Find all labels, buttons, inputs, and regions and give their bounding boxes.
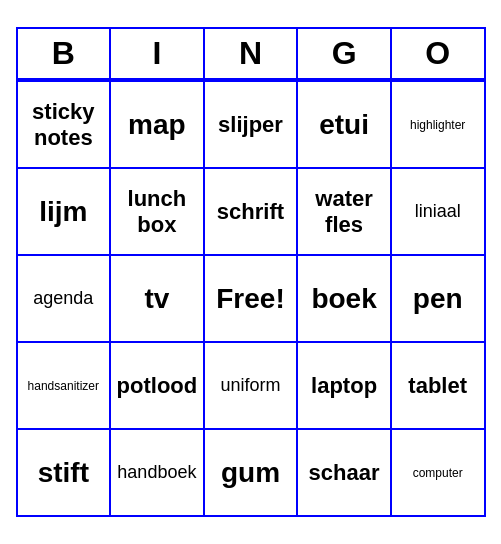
bingo-cell: highlighter [392, 82, 484, 167]
bingo-cell: slijper [205, 82, 299, 167]
bingo-row: lijmlunch boxschriftwater flesliniaal [18, 167, 484, 254]
bingo-header: BINGO [18, 29, 484, 80]
header-letter: N [205, 29, 299, 78]
cell-label: uniform [220, 375, 280, 396]
header-letter: G [298, 29, 392, 78]
cell-label: slijper [218, 112, 283, 138]
header-letter: I [111, 29, 205, 78]
bingo-cell: handboek [111, 430, 205, 515]
bingo-cell: water fles [298, 169, 392, 254]
cell-label: water fles [302, 186, 386, 238]
cell-label: schaar [309, 460, 380, 486]
cell-label: boek [311, 283, 376, 315]
bingo-row: handsanitizerpotlooduniformlaptoptablet [18, 341, 484, 428]
cell-label: schrift [217, 199, 284, 225]
bingo-cell: tablet [392, 343, 484, 428]
bingo-cell: Free! [205, 256, 299, 341]
bingo-cell: sticky notes [18, 82, 112, 167]
bingo-cell: uniform [205, 343, 299, 428]
cell-label: agenda [33, 288, 93, 309]
bingo-cell: tv [111, 256, 205, 341]
cell-label: laptop [311, 373, 377, 399]
bingo-card: BINGO sticky notesmapslijperetuihighligh… [16, 27, 486, 517]
cell-label: sticky notes [22, 99, 106, 151]
cell-label: pen [413, 283, 463, 315]
cell-label: lijm [39, 196, 87, 228]
bingo-row: stifthandboekgumschaarcomputer [18, 428, 484, 515]
cell-label: Free! [216, 283, 284, 315]
bingo-cell: lijm [18, 169, 112, 254]
cell-label: liniaal [415, 201, 461, 222]
bingo-cell: liniaal [392, 169, 484, 254]
cell-label: tv [144, 283, 169, 315]
cell-label: lunch box [115, 186, 199, 238]
cell-label: potlood [117, 373, 198, 399]
bingo-cell: map [111, 82, 205, 167]
bingo-cell: computer [392, 430, 484, 515]
cell-label: gum [221, 457, 280, 489]
cell-label: highlighter [410, 118, 465, 132]
bingo-cell: handsanitizer [18, 343, 112, 428]
bingo-cell: schaar [298, 430, 392, 515]
cell-label: tablet [408, 373, 467, 399]
bingo-cell: schrift [205, 169, 299, 254]
cell-label: etui [319, 109, 369, 141]
bingo-cell: pen [392, 256, 484, 341]
bingo-cell: potlood [111, 343, 205, 428]
bingo-cell: lunch box [111, 169, 205, 254]
bingo-row: agendatvFree!boekpen [18, 254, 484, 341]
bingo-cell: agenda [18, 256, 112, 341]
bingo-body: sticky notesmapslijperetuihighlighterlij… [18, 80, 484, 515]
bingo-cell: etui [298, 82, 392, 167]
cell-label: stift [38, 457, 89, 489]
cell-label: computer [413, 466, 463, 480]
header-letter: O [392, 29, 484, 78]
bingo-cell: gum [205, 430, 299, 515]
bingo-cell: boek [298, 256, 392, 341]
header-letter: B [18, 29, 112, 78]
bingo-row: sticky notesmapslijperetuihighlighter [18, 80, 484, 167]
bingo-cell: laptop [298, 343, 392, 428]
cell-label: map [128, 109, 186, 141]
bingo-cell: stift [18, 430, 112, 515]
cell-label: handsanitizer [28, 379, 99, 393]
cell-label: handboek [117, 462, 196, 483]
